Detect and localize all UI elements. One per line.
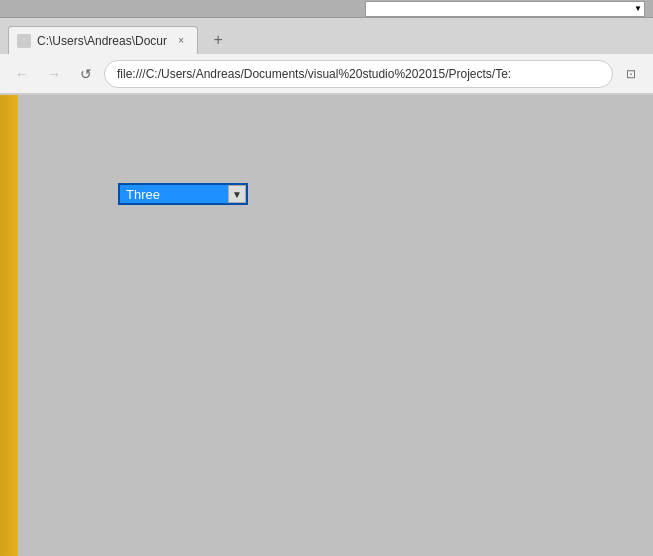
- back-button[interactable]: ←: [8, 60, 36, 88]
- dropdown-select[interactable]: OneTwoThreeFourFive: [118, 183, 248, 205]
- browser-chrome: C:\Users\Andreas\Docur × + ← → ↺ file://…: [0, 18, 653, 95]
- new-tab-button[interactable]: +: [204, 26, 232, 54]
- url-text: file:///C:/Users/Andreas/Documents/visua…: [117, 67, 511, 81]
- select-container: OneTwoThreeFourFive ▼: [118, 183, 248, 205]
- tab-close-button[interactable]: ×: [173, 33, 189, 49]
- url-bar[interactable]: file:///C:/Users/Andreas/Documents/visua…: [104, 60, 613, 88]
- tab-favicon: [17, 34, 31, 48]
- select-wrapper: OneTwoThreeFourFive ▼: [118, 183, 248, 205]
- sidebar-toggle-button[interactable]: ⊡: [617, 60, 645, 88]
- background-window-strip: ▼: [0, 0, 653, 18]
- tab-bar: C:\Users\Andreas\Docur × +: [0, 18, 653, 54]
- page-content: OneTwoThreeFourFive ▼: [0, 95, 653, 556]
- background-dropdown-arrow: ▼: [634, 4, 642, 13]
- tab-title: C:\Users\Andreas\Docur: [37, 34, 167, 48]
- forward-button[interactable]: →: [40, 60, 68, 88]
- browser-tab[interactable]: C:\Users\Andreas\Docur ×: [8, 26, 198, 54]
- address-bar: ← → ↺ file:///C:/Users/Andreas/Documents…: [0, 54, 653, 94]
- background-dropdown: ▼: [365, 1, 645, 17]
- refresh-button[interactable]: ↺: [72, 60, 100, 88]
- left-accent-strip: [0, 95, 18, 556]
